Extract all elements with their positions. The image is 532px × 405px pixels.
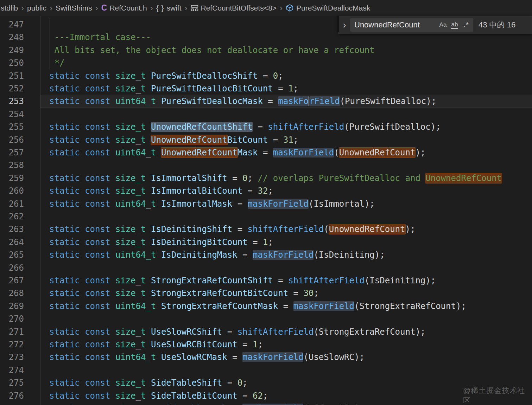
code-text[interactable]: static const size_t StrongExtraRefCountB… bbox=[49, 287, 319, 300]
line-number[interactable]: 261 bbox=[0, 198, 24, 211]
code-text[interactable]: static const size_t UnownedRefCountBitCo… bbox=[49, 134, 298, 147]
line-number[interactable]: 267 bbox=[0, 274, 24, 287]
line-number[interactable]: 258 bbox=[0, 159, 24, 172]
breadcrumb-item[interactable]: stdlib bbox=[1, 4, 18, 12]
code-line[interactable]: 255static const size_t UnownedRefCountSh… bbox=[0, 121, 532, 134]
code-line[interactable]: 277static const uint64_t SideTableMask =… bbox=[0, 402, 532, 405]
code-line[interactable]: 249 All bits set, the object does not de… bbox=[0, 44, 532, 57]
code-line[interactable]: 261static const uint64_t IsImmortalMask … bbox=[0, 198, 532, 211]
line-number[interactable]: 269 bbox=[0, 300, 24, 313]
line-number[interactable]: 266 bbox=[0, 262, 24, 275]
code-line[interactable]: 252static const size_t PureSwiftDeallocB… bbox=[0, 82, 532, 95]
code-text[interactable]: static const size_t UnownedRefCountShift… bbox=[49, 121, 441, 134]
line-number[interactable]: 270 bbox=[0, 313, 24, 326]
line-number[interactable]: 276 bbox=[0, 390, 24, 403]
match-case-icon[interactable]: Aa bbox=[438, 20, 448, 30]
line-number[interactable]: 268 bbox=[0, 287, 24, 300]
code-text[interactable]: static const size_t IsImmortalBitCount =… bbox=[49, 185, 273, 198]
breadcrumb-item[interactable]: SwiftShims bbox=[56, 4, 92, 12]
code-text[interactable]: static const uint64_t PureSwiftDeallocMa… bbox=[49, 95, 436, 108]
line-number[interactable]: 251 bbox=[0, 70, 24, 83]
breadcrumb-item[interactable]: CRefCount.h bbox=[101, 3, 147, 13]
code-text[interactable]: */ bbox=[49, 57, 64, 70]
token: static const bbox=[49, 378, 110, 388]
find-input-box[interactable]: Aa ab .* bbox=[350, 18, 473, 32]
code-line[interactable]: 269static const uint64_t StrongExtraRefC… bbox=[0, 300, 532, 313]
code-line[interactable]: 276static const size_t SideTableBitCount… bbox=[0, 390, 532, 403]
code-text[interactable]: static const size_t SideTableShift = 0; bbox=[49, 377, 248, 390]
line-number[interactable]: 249 bbox=[0, 44, 24, 57]
line-number[interactable]: 262 bbox=[0, 210, 24, 223]
code-line[interactable]: 251static const size_t PureSwiftDeallocS… bbox=[0, 70, 532, 83]
breadcrumb-item[interactable]: { }swift bbox=[156, 4, 182, 12]
code-text[interactable]: static const size_t SideTableBitCount = … bbox=[49, 390, 268, 403]
line-number[interactable]: 275 bbox=[0, 377, 24, 390]
breadcrumb-item[interactable]: RefCountBitOffsets<8> bbox=[191, 4, 277, 12]
code-line[interactable]: 273static const uint64_t UseSlowRCMask =… bbox=[0, 351, 532, 364]
code-text[interactable]: static const uint64_t UnownedRefCountMas… bbox=[49, 146, 425, 159]
line-number[interactable]: 274 bbox=[0, 364, 24, 377]
line-number[interactable]: 253 bbox=[0, 95, 24, 108]
code-text[interactable]: static const uint64_t IsDeinitingMask = … bbox=[49, 249, 385, 262]
code-line[interactable]: 263static const size_t IsDeinitingShift … bbox=[0, 223, 532, 236]
regex-icon[interactable]: .* bbox=[461, 20, 471, 30]
code-line[interactable]: 260static const size_t IsImmortalBitCoun… bbox=[0, 185, 532, 198]
code-line[interactable]: 267static const size_t StrongExtraRefCou… bbox=[0, 274, 532, 287]
code-text[interactable]: static const size_t IsImmortalShift = 0;… bbox=[49, 172, 502, 185]
find-widget-sash[interactable] bbox=[337, 16, 339, 32]
whole-word-icon[interactable]: ab bbox=[449, 20, 460, 30]
code-line[interactable]: 264static const size_t IsDeinitingBitCou… bbox=[0, 236, 532, 249]
line-number[interactable]: 259 bbox=[0, 172, 24, 185]
line-number[interactable]: 272 bbox=[0, 338, 24, 351]
code-line[interactable]: 256static const size_t UnownedRefCountBi… bbox=[0, 134, 532, 147]
code-line[interactable]: 270 bbox=[0, 313, 532, 326]
line-number[interactable]: 248 bbox=[0, 31, 24, 44]
line-number[interactable]: 265 bbox=[0, 249, 24, 262]
code-line[interactable]: 254 bbox=[0, 108, 532, 121]
code-line[interactable]: 268static const size_t StrongExtraRefCou… bbox=[0, 287, 532, 300]
line-number[interactable]: 250 bbox=[0, 57, 24, 70]
code-text[interactable]: static const uint64_t StrongExtraRefCoun… bbox=[49, 300, 466, 313]
code-line[interactable]: 257static const uint64_t UnownedRefCount… bbox=[0, 146, 532, 159]
code-text[interactable]: ---Immortal case--- bbox=[49, 31, 151, 44]
code-text[interactable]: static const size_t UseSlowRCShift = shi… bbox=[49, 326, 425, 339]
code-line[interactable]: 272static const size_t UseSlowRCBitCount… bbox=[0, 338, 532, 351]
line-number[interactable]: 271 bbox=[0, 326, 24, 339]
code-text[interactable]: static const size_t IsDeinitingShift = s… bbox=[49, 223, 415, 236]
code-text[interactable]: static const size_t IsDeinitingBitCount … bbox=[49, 236, 273, 249]
line-number[interactable]: 247 bbox=[0, 18, 24, 31]
line-number[interactable]: 263 bbox=[0, 223, 24, 236]
line-number[interactable]: 254 bbox=[0, 108, 24, 121]
code-line[interactable]: 265static const uint64_t IsDeinitingMask… bbox=[0, 249, 532, 262]
code-text[interactable]: All bits set, the object does not deallo… bbox=[49, 44, 375, 57]
code-line[interactable]: 271static const size_t UseSlowRCShift = … bbox=[0, 326, 532, 339]
line-number[interactable]: 256 bbox=[0, 134, 24, 147]
breadcrumb-item[interactable]: PureSwiftDeallocMask bbox=[286, 4, 370, 12]
code-text[interactable]: static const uint64_t UseSlowRCMask = ma… bbox=[49, 351, 365, 364]
line-number[interactable]: 255 bbox=[0, 121, 24, 134]
code-text[interactable]: static const size_t PureSwiftDeallocBitC… bbox=[49, 82, 298, 95]
code-line[interactable]: 259static const size_t IsImmortalShift =… bbox=[0, 172, 532, 185]
toggle-replace-chevron-icon[interactable]: › bbox=[339, 16, 350, 34]
code-text[interactable]: static const size_t UseSlowRCBitCount = … bbox=[49, 338, 263, 351]
code-text[interactable]: static const size_t StrongExtraRefCountS… bbox=[49, 274, 436, 287]
line-number[interactable]: 260 bbox=[0, 185, 24, 198]
code-text[interactable]: static const uint64_t SideTableMask = ma… bbox=[49, 402, 365, 405]
line-number[interactable]: 264 bbox=[0, 236, 24, 249]
code-line[interactable]: 250 */ bbox=[0, 57, 532, 70]
code-line[interactable]: 253static const uint64_t PureSwiftDeallo… bbox=[0, 95, 532, 108]
code-line[interactable]: 274 bbox=[0, 364, 532, 377]
line-number[interactable]: 277 bbox=[0, 402, 24, 405]
line-number[interactable]: 257 bbox=[0, 146, 24, 159]
breadcrumb-item[interactable]: public bbox=[27, 4, 46, 12]
line-number[interactable]: 273 bbox=[0, 351, 24, 364]
code-line[interactable]: 262 bbox=[0, 210, 532, 223]
code-line[interactable]: 266 bbox=[0, 262, 532, 275]
line-number[interactable]: 252 bbox=[0, 82, 24, 95]
find-input[interactable] bbox=[354, 20, 437, 30]
editor[interactable]: 247248 ---Immortal case---249 All bits s… bbox=[0, 16, 532, 405]
code-line[interactable]: 275static const size_t SideTableShift = … bbox=[0, 377, 532, 390]
code-text[interactable]: static const size_t PureSwiftDeallocShif… bbox=[49, 70, 283, 83]
code-text[interactable]: static const uint64_t IsImmortalMask = m… bbox=[49, 198, 375, 211]
code-line[interactable]: 258 bbox=[0, 159, 532, 172]
